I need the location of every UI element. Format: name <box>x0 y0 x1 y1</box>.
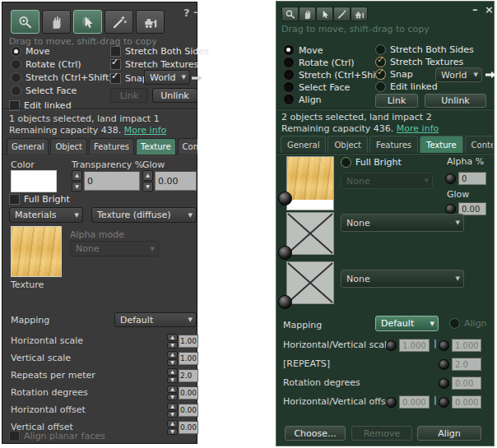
snap-world-dropdown[interactable]: World ▼ <box>435 67 482 82</box>
more-info-link[interactable]: More info <box>124 125 166 136</box>
v-offset-knob[interactable] <box>439 397 449 408</box>
spinner-down-button[interactable]: ▼ <box>167 376 178 384</box>
h-offset-knob[interactable] <box>386 397 397 408</box>
help-button[interactable]: ? <box>183 7 190 19</box>
select-face-radio[interactable]: Select Face <box>283 81 350 93</box>
tab-general[interactable]: General <box>7 138 49 155</box>
stretch-textures-checkbox[interactable]: ✓ Stretch Textures <box>110 59 198 70</box>
spinner-up-button[interactable]: ▲ <box>167 351 178 358</box>
mapping-dropdown[interactable]: Default ▼ <box>114 312 197 327</box>
focus-tool-button[interactable] <box>281 7 299 21</box>
stretch-radio[interactable]: Stretch (Ctrl+Shift) <box>283 69 386 81</box>
alpha-mode-dropdown[interactable]: None ▼ <box>70 241 159 256</box>
grab-tool-button[interactable] <box>299 7 316 21</box>
create-tool-button[interactable] <box>105 10 133 34</box>
tab-content[interactable]: Content <box>178 138 197 155</box>
unlink-button[interactable]: Unlink <box>425 94 486 108</box>
normal-map-dropdown[interactable]: None ▼ <box>341 214 464 232</box>
expand-options-arrow[interactable] <box>192 74 202 82</box>
texture-swatch[interactable] <box>11 226 62 277</box>
remove-button[interactable]: Remove <box>351 426 412 441</box>
specular-texture-swatch[interactable] <box>286 261 334 304</box>
land-tool-button[interactable] <box>136 10 165 34</box>
v-offset-input[interactable] <box>179 421 198 434</box>
spinner-up-button[interactable]: ▲ <box>167 334 178 341</box>
tab-texture[interactable]: Texture <box>136 138 176 155</box>
tab-object[interactable]: Object <box>50 138 87 155</box>
rotate-radio[interactable]: Rotate (Ctrl) <box>11 59 81 70</box>
repeats-input[interactable] <box>452 358 481 371</box>
link-button[interactable]: Link <box>375 94 418 108</box>
h-scale-knob[interactable] <box>386 340 397 351</box>
v-scale-input[interactable] <box>452 339 481 352</box>
more-info-link[interactable]: More info <box>397 123 439 134</box>
link-button[interactable]: Link <box>110 88 148 103</box>
diffuse-texture-swatch[interactable] <box>286 156 334 210</box>
alpha-input[interactable] <box>458 172 486 185</box>
h-scale-input[interactable] <box>399 339 430 352</box>
align-button[interactable]: Align <box>417 426 481 441</box>
align-checkbox[interactable]: Align <box>449 318 487 329</box>
stretch-textures-checkbox[interactable]: ✓ Stretch Textures <box>375 57 463 67</box>
spinner-down-button[interactable]: ▼ <box>167 342 178 349</box>
materials-dropdown[interactable]: Materials ▼ <box>9 207 83 223</box>
rotation-knob[interactable] <box>439 378 449 389</box>
unlink-button[interactable]: Unlink <box>152 88 197 103</box>
close-button[interactable]: × <box>485 4 494 16</box>
spinner-up-button[interactable]: ▲ <box>142 170 153 181</box>
normal-slot-knob[interactable] <box>278 246 292 260</box>
tab-general[interactable]: General <box>281 136 326 153</box>
stretch-radio[interactable]: Stretch (Ctrl+Shift) <box>11 72 113 83</box>
spinner-up-button[interactable]: ▲ <box>72 170 82 181</box>
full-bright-checkbox[interactable]: Full Bright <box>341 157 402 168</box>
transparency-input[interactable] <box>84 171 140 191</box>
v-scale-input[interactable] <box>179 352 198 365</box>
tab-texture[interactable]: Texture <box>420 136 463 153</box>
edit-tool-button[interactable] <box>73 10 102 34</box>
diffuse-slot-knob[interactable] <box>278 192 292 206</box>
snap-world-dropdown[interactable]: World ▼ <box>144 70 190 85</box>
full-bright-checkbox[interactable]: Full Bright <box>9 194 70 205</box>
spinner-down-button[interactable]: ▼ <box>167 394 178 401</box>
tab-features[interactable]: Features <box>89 138 134 155</box>
spinner-down-button[interactable]: ▼ <box>167 411 178 418</box>
tab-content[interactable]: Content <box>465 136 493 153</box>
edit-linked-checkbox[interactable]: Edit linked <box>375 81 438 92</box>
color-swatch[interactable] <box>11 170 57 192</box>
spinner-down-button[interactable]: ▼ <box>142 182 153 192</box>
align-planar-checkbox[interactable]: Align planar faces <box>9 431 105 441</box>
h-offset-input[interactable] <box>399 395 430 409</box>
edit-tool-button[interactable] <box>316 7 333 21</box>
specular-slot-knob[interactable] <box>278 295 292 309</box>
align-radio[interactable]: Align <box>283 94 322 105</box>
alpha-spinner-knob[interactable] <box>445 173 456 184</box>
spinner-down-button[interactable]: ▼ <box>72 182 82 192</box>
v-offset-input[interactable] <box>452 395 481 409</box>
spinner-up-button[interactable]: ▲ <box>167 386 178 393</box>
v-scale-knob[interactable] <box>439 340 449 351</box>
choose-button[interactable]: Choose... <box>285 426 346 441</box>
snap-checkbox[interactable]: ✓ Snap <box>375 69 413 80</box>
glow-input[interactable] <box>155 171 197 191</box>
grab-tool-button[interactable] <box>42 10 71 34</box>
spinner-up-button[interactable]: ▲ <box>167 368 178 376</box>
repeats-knob[interactable] <box>439 359 449 370</box>
stretch-both-sides-checkbox[interactable]: Stretch Both Sides <box>375 44 474 55</box>
minimize-button[interactable]: – <box>193 7 199 18</box>
spinner-up-button[interactable]: ▲ <box>167 403 178 410</box>
focus-tool-button[interactable] <box>11 10 39 34</box>
specular-map-dropdown[interactable]: None ▼ <box>341 270 464 288</box>
repeats-input[interactable] <box>179 369 198 382</box>
rotation-input[interactable] <box>452 376 481 390</box>
spinner-down-button[interactable]: ▼ <box>167 428 178 436</box>
mapping-dropdown[interactable]: Default ▼ <box>375 316 439 331</box>
move-radio[interactable]: Move <box>11 46 50 57</box>
move-radio[interactable]: Move <box>283 44 323 56</box>
spinner-down-button[interactable]: ▼ <box>167 359 178 367</box>
create-tool-button[interactable] <box>333 7 351 21</box>
diffuse-alpha-dropdown[interactable]: None ▼ <box>341 173 433 189</box>
stretch-both-sides-checkbox[interactable]: Stretch Both Sides <box>110 46 209 57</box>
spinner-up-button[interactable]: ▲ <box>167 420 178 427</box>
rotation-input[interactable] <box>179 386 198 400</box>
tab-features[interactable]: Features <box>369 136 418 153</box>
